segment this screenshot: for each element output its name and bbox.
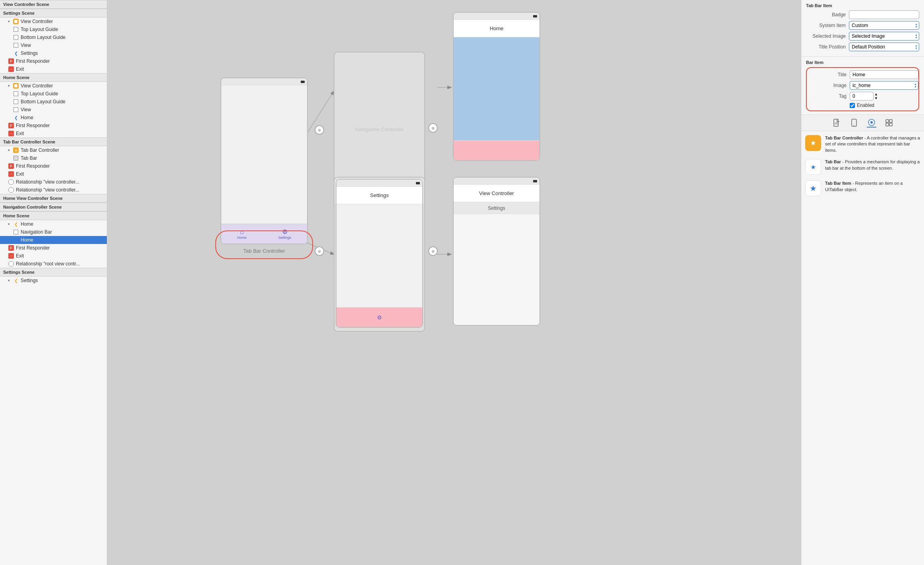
selected-image-select[interactable]: Selected Image	[849, 32, 919, 41]
segue-circle-1: ⊗	[315, 125, 324, 135]
section-view-controller-scene: View Controller Scene	[0, 0, 107, 9]
tree-item-exit-settings[interactable]: → Exit	[0, 65, 107, 73]
right-panel: Tab Bar Item Badge System Item Custom ▲▼…	[801, 0, 924, 565]
exit-icon: →	[8, 66, 14, 72]
segue-circle-3: ⊗	[315, 246, 324, 256]
badge-row: Badge	[806, 10, 919, 19]
title-label: Title	[807, 72, 847, 77]
image-select[interactable]: ic_home	[850, 81, 918, 90]
enabled-row: Enabled	[807, 103, 918, 108]
tree-item-exit-home2[interactable]: → Exit	[0, 252, 107, 260]
canvas-area: ⌂ Home ⚙ Settings Tab Bar Controller ⊗ N…	[107, 0, 801, 565]
tree-item-top-layout-settings[interactable]: Top Layout Guide	[0, 25, 107, 33]
svg-rect-15	[889, 123, 892, 126]
disclosure-arrow-home: ▾	[8, 84, 13, 88]
first-responder-icon-4: F	[8, 245, 14, 251]
badge-input[interactable]	[849, 10, 919, 19]
tree-item-first-home[interactable]: F First Responder	[0, 122, 107, 130]
tab-home: ⌂ Home	[237, 228, 247, 240]
vc-settings-content	[454, 214, 539, 325]
image-select-wrapper: ic_home ▲▼	[850, 81, 918, 90]
help-section: ★ Tab Bar Controller - A controller that…	[801, 131, 924, 565]
system-item-select-wrapper: Custom ▲▼	[849, 21, 919, 30]
selected-image-select-wrapper: Selected Image ▲▼	[849, 32, 919, 41]
tree-item-bottom-layout-home[interactable]: Bottom Layout Guide	[0, 98, 107, 106]
rel-icon-2	[8, 187, 14, 193]
tree-item-vc-settings[interactable]: ▾ View Controller	[0, 17, 107, 25]
tree-item-rel1[interactable]: Relationship "view controller...	[0, 178, 107, 186]
tree-item-settings-2[interactable]: ▾ ❮ Settings	[0, 277, 107, 284]
vc-settings-subtitle: Settings	[454, 202, 539, 214]
layout-icon	[13, 26, 19, 33]
title-input[interactable]	[850, 70, 918, 79]
layout-icon-3	[13, 91, 19, 97]
tree-item-view-home[interactable]: View	[0, 106, 107, 114]
title-position-select[interactable]: Default Position	[849, 43, 919, 51]
star-icon: ★	[13, 237, 19, 243]
help-item-tbi: ★ Tab Bar Item - Represents an item on a…	[805, 180, 920, 196]
tag-row: Tag ▲ ▼	[807, 92, 918, 101]
tab-circle-icon[interactable]	[867, 118, 876, 128]
home-mockup: Home	[453, 12, 540, 161]
selected-image-label: Selected Image	[806, 33, 846, 39]
system-item-label: System Item	[806, 23, 846, 28]
inspector-tabs	[801, 115, 924, 131]
tree-item-top-layout-home[interactable]: Top Layout Guide	[0, 90, 107, 98]
exit-icon-4: →	[8, 253, 14, 259]
tree-item-first-home2[interactable]: F First Responder	[0, 244, 107, 252]
tbc-mockup: ⌂ Home ⚙ Settings	[220, 77, 308, 244]
segue-circle-2: ⊗	[428, 123, 438, 133]
tree-item-bottom-layout-settings[interactable]: Bottom Layout Guide	[0, 33, 107, 41]
tab-phone-icon[interactable]	[849, 118, 859, 128]
tree-item-tbc[interactable]: ▾ ⊟ Tab Bar Controller	[0, 146, 107, 154]
tag-stepper[interactable]: ▲ ▼	[874, 92, 878, 100]
tree-item-home-star[interactable]: ★ Home	[0, 236, 107, 244]
vc-icon	[13, 18, 19, 25]
tree-item-rel-root[interactable]: Relationship "root view contr...	[0, 260, 107, 268]
tree-item-first-settings[interactable]: F First Responder	[0, 57, 107, 65]
tree-item-tab-bar[interactable]: Tab Bar	[0, 154, 107, 162]
section-home-vc-scene: Home View Controller Scene	[0, 194, 107, 203]
title-position-select-wrapper: Default Position ▲▼	[849, 43, 919, 51]
tree-item-home-2[interactable]: ▾ ❮ Home	[0, 220, 107, 228]
disclosure-arrow: ▾	[8, 19, 13, 23]
svg-rect-14	[886, 123, 889, 126]
tree-item-exit-home[interactable]: → Exit	[0, 130, 107, 137]
home-tab-icon: ⌂	[240, 228, 244, 236]
tab-bar-item-section: Tab Bar Item Badge System Item Custom ▲▼…	[801, 0, 924, 57]
bar-item-title: Bar Item	[806, 60, 919, 65]
vc-icon-home	[13, 83, 19, 89]
tree-item-vc-home[interactable]: ▾ View Controller	[0, 82, 107, 90]
help-text-tbi: Tab Bar Item - Represents an item on a U…	[825, 180, 920, 193]
title-row: Title	[807, 70, 918, 79]
settings-nav-bar: Settings	[336, 187, 422, 204]
tree-item-home-nav[interactable]: ❮ Home	[0, 114, 107, 122]
tag-input[interactable]	[850, 92, 874, 101]
phone-svg-icon	[851, 119, 857, 127]
tree-item-first-tbc[interactable]: F First Responder	[0, 162, 107, 170]
tab-grid-icon[interactable]	[884, 118, 894, 128]
disclosure-home2: ▾	[8, 222, 13, 226]
enabled-checkbox[interactable]	[850, 103, 855, 108]
tree-item-settings-nav[interactable]: ❮ Settings	[0, 49, 107, 57]
svg-point-9	[854, 125, 854, 126]
status-dot	[301, 81, 305, 83]
file-svg-icon	[833, 119, 840, 127]
tree-item-rel2[interactable]: Relationship "view controller...	[0, 186, 107, 194]
tree-item-exit-tbc[interactable]: → Exit	[0, 170, 107, 178]
tree-item-nav-bar[interactable]: Navigation Bar	[0, 228, 107, 236]
segue-circle-4: ⊗	[428, 246, 438, 256]
image-label: Image	[807, 83, 847, 88]
tab-file-icon[interactable]	[832, 118, 841, 128]
home-pink-tab-bar	[454, 140, 539, 160]
system-item-select[interactable]: Custom	[849, 21, 919, 30]
disclosure-tbc: ▾	[8, 148, 13, 152]
tab-settings: ⚙ Settings	[278, 228, 292, 240]
bar-item-section: Bar Item Title Image ic_home ▲▼ Tag ▲	[801, 57, 924, 115]
bar-item-oval: Title Image ic_home ▲▼ Tag ▲ ▼	[806, 67, 919, 111]
help-icon-tbi: ★	[805, 180, 821, 196]
svg-point-11	[870, 121, 873, 124]
tree-item-view-settings[interactable]: View	[0, 41, 107, 49]
vc-settings-nav-bar: View Controller	[454, 185, 539, 202]
title-position-row: Title Position Default Position ▲▼	[806, 43, 919, 51]
